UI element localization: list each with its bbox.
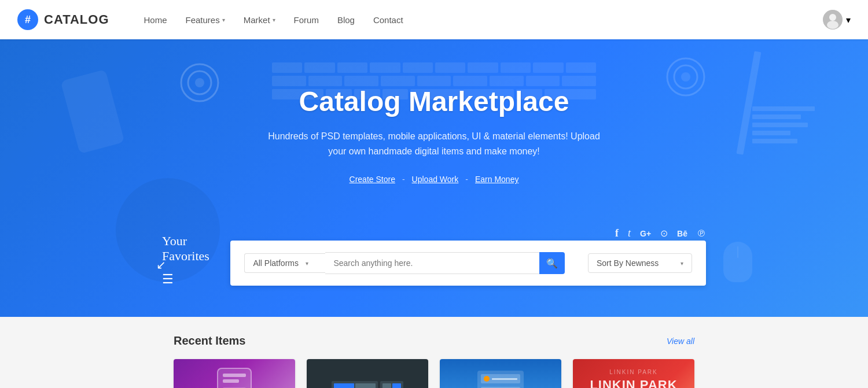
recent-header: Recent Items View all [174,334,694,348]
screen-line [223,374,246,377]
item-thumb-4: LINKIN PARK LINKIN PARK [573,359,694,388]
panel-5 [382,383,391,389]
sort-dropdown[interactable]: Sort By Newness ▾ [588,253,692,273]
band-label: LINKIN PARK [609,369,658,375]
market-chevron-icon: ▾ [273,17,275,23]
platform-dropdown[interactable]: All Platforms ▾ [244,253,325,273]
items-grid: Monday 58° [174,359,694,388]
navbar: # CATALOG Home Features ▾ Market ▾ Forum… [0,0,868,39]
user-menu[interactable]: ▾ [823,10,851,29]
google-plus-icon[interactable]: G+ [640,229,651,238]
brand-icon: # [17,9,38,30]
music-icon-1 [484,376,490,382]
nav-home[interactable]: Home [144,15,167,25]
behance-icon[interactable]: Bē [677,229,687,238]
hero-section: Catalog Marketplace Hundreds of PSD temp… [0,39,868,317]
music-mockup [477,371,524,388]
left-controls: Your Favorites ↙ ☰ [162,234,230,286]
phone-mockup: Monday 58° [217,368,252,388]
band-text: LINKIN PARK [590,378,677,389]
search-input[interactable] [325,252,539,274]
item-thumb-3 [440,359,561,388]
nav-forum[interactable]: Forum [294,15,319,25]
item-card-2[interactable] [307,359,428,388]
panel-2 [355,383,376,389]
user-chevron-icon: ▾ [846,14,851,25]
item-thumb-2 [307,359,428,388]
hamburger-icon[interactable]: ☰ [162,272,174,286]
dribbble-icon[interactable]: ⊙ [660,228,668,239]
avatar [823,10,843,29]
view-all-link[interactable]: View all [667,337,694,346]
item-card-4[interactable]: LINKIN PARK LINKIN PARK [573,359,694,388]
music-line-1 [492,378,517,380]
panel-1 [334,383,354,389]
hero-subtitle: Hundreds of PSD templates, mobile applic… [260,129,608,158]
upload-work-link[interactable]: Upload Work [412,175,459,184]
nav-links: Home Features ▾ Market ▾ Forum Blog Cont… [144,15,823,25]
nav-features[interactable]: Features ▾ [186,15,225,25]
separator-2: - [465,175,468,184]
recent-title: Recent Items [174,334,246,348]
item-thumb-1: Monday 58° [174,359,295,388]
brand-name: CATALOG [44,12,109,27]
screen-line [223,379,239,383]
pinterest-icon[interactable]: ℗ [697,228,706,239]
svg-point-1 [829,14,836,21]
platform-chevron-icon: ▾ [306,260,308,267]
favorites-arrow-icon: ↙ [156,258,166,272]
content-area: Recent Items View all Monday 58° [0,317,868,388]
brand[interactable]: # CATALOG [17,9,109,30]
panel-6 [392,383,401,389]
earn-money-link[interactable]: Earn Money [475,175,518,184]
item-card-3[interactable] [440,359,561,388]
hero-bottom: Your Favorites ↙ ☰ All Platforms ▾ 🔍 Sor… [0,234,868,297]
desktop-mockup [332,381,378,389]
nav-blog[interactable]: Blog [337,15,355,25]
favorites-text: Your Favorites ↙ [162,234,230,264]
social-icons: f t G+ ⊙ Bē ℗ [615,227,706,239]
svg-point-2 [827,21,838,29]
facebook-icon[interactable]: f [615,227,619,239]
music-row-1 [481,374,520,383]
nav-market[interactable]: Market ▾ [244,15,275,25]
separator-1: - [402,175,405,184]
search-icon: 🔍 [546,258,558,269]
hero-content: Catalog Marketplace Hundreds of PSD temp… [0,39,868,228]
twitter-icon[interactable]: t [628,227,631,239]
desktop-mockup-2 [380,381,403,389]
create-store-link[interactable]: Create Store [350,175,395,184]
sort-chevron-icon: ▾ [681,260,683,267]
features-chevron-icon: ▾ [222,17,225,23]
search-container: All Platforms ▾ 🔍 Sort By Newness ▾ [230,241,706,286]
hero-title: Catalog Marketplace [299,86,569,117]
search-button[interactable]: 🔍 [539,252,565,274]
item-card-1[interactable]: Monday 58° [174,359,295,388]
hero-cta-links: Create Store - Upload Work - Earn Money [350,175,519,184]
nav-contact[interactable]: Contact [373,15,403,25]
